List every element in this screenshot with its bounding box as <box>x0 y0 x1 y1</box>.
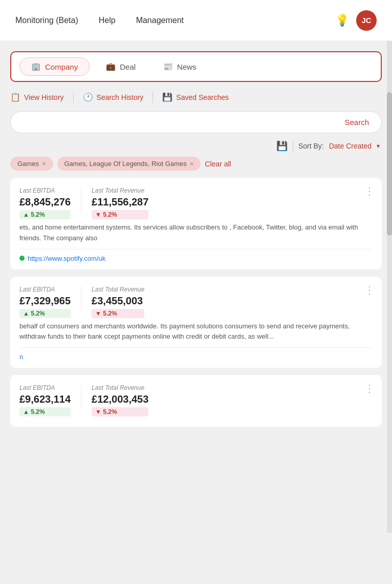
revenue-value-1: £11,556,287 <box>92 196 148 208</box>
metrics-row-2: Last EBITDA £7,329,965 ▲ 5.2% Last Total… <box>19 286 373 318</box>
ebitda-badge-1: ▲ 5.2% <box>19 210 71 219</box>
ebitda-badge-2: ▲ 5.2% <box>19 309 71 318</box>
filter-chip-2: Games, League Of Legends, Riot Games × <box>57 157 201 171</box>
nav-management[interactable]: Management <box>136 16 184 25</box>
search-type-company[interactable]: 🏢 Company <box>19 57 90 76</box>
card-description-1: ets, and home entertainment systems. Its… <box>19 222 373 244</box>
filter-chips-row: Games × Games, League Of Legends, Riot G… <box>10 157 382 171</box>
divider-1 <box>73 92 74 103</box>
saved-searches-label: Saved Searches <box>176 93 229 101</box>
revenue-value-3: £12,003,453 <box>92 393 148 405</box>
sort-value[interactable]: Date Created <box>329 142 372 150</box>
more-options-2[interactable]: ⋮ <box>364 284 375 296</box>
spotify-dot <box>19 256 25 261</box>
search-bar-row: Search <box>10 111 382 133</box>
save-search-icon[interactable]: 💾 <box>276 140 288 152</box>
ebitda-value-1: £8,845,276 <box>19 196 71 208</box>
ebitda-block-3: Last EBITDA £9,623,114 ▲ 5.2% <box>19 384 71 416</box>
card-link-1[interactable]: https://www.spotify.com/uk <box>19 255 373 262</box>
divider-2 <box>153 92 153 103</box>
metrics-row-1: Last EBITDA £8,845,276 ▲ 5.2% Last Total… <box>19 187 373 219</box>
revenue-block-2: Last Total Revenue £3,455,003 ▼ 5.2% <box>92 286 144 318</box>
deal-label: Deal <box>120 62 136 71</box>
revenue-badge-1: ▼ 5.2% <box>92 210 148 219</box>
result-card-2: ⋮ Last EBITDA £7,329,965 ▲ 5.2% Last Tot… <box>10 277 382 368</box>
ebitda-value-3: £9,623,114 <box>19 393 71 405</box>
news-icon: 📰 <box>163 62 173 71</box>
ebitda-value-2: £7,329,965 <box>19 295 71 307</box>
link-url-2: n <box>19 353 23 361</box>
avatar[interactable]: JC <box>356 10 377 31</box>
sort-label: Sort By: <box>298 142 324 150</box>
more-options-3[interactable]: ⋮ <box>364 382 375 394</box>
chip-2-label: Games, League Of Legends, Riot Games <box>64 160 187 168</box>
card-divider-1 <box>19 249 373 249</box>
history-row: 📋 View History 🕐 Search History 💾 Saved … <box>10 90 382 104</box>
revenue-block-1: Last Total Revenue £11,556,287 ▼ 5.2% <box>92 187 148 219</box>
ebitda-block-1: Last EBITDA £8,845,276 ▲ 5.2% <box>19 187 71 219</box>
company-icon: 🏢 <box>31 62 41 71</box>
nav-help[interactable]: Help <box>99 16 116 25</box>
clear-all-button[interactable]: Clear all <box>205 160 231 168</box>
metric-divider-2 <box>81 286 81 311</box>
nav-links: Monitoring (Beta) Help Management <box>15 16 335 25</box>
more-options-1[interactable]: ⋮ <box>364 185 375 197</box>
chevron-down-icon[interactable]: ▾ <box>377 142 380 150</box>
search-type-deal[interactable]: 💼 Deal <box>95 57 147 76</box>
view-history-icon: 📋 <box>10 92 20 102</box>
search-type-news[interactable]: 📰 News <box>152 57 208 76</box>
metric-divider-3 <box>81 384 81 410</box>
view-history-item[interactable]: 📋 View History <box>10 90 64 104</box>
view-history-label: View History <box>24 93 64 101</box>
sort-divider <box>293 141 293 151</box>
filter-chip-1: Games × <box>10 157 53 171</box>
result-card-1: ⋮ Last EBITDA £8,845,276 ▲ 5.2% Last Tot… <box>10 178 382 269</box>
search-history-icon: 🕐 <box>83 92 93 102</box>
nav-icons: 💡 JC <box>335 10 377 31</box>
search-input[interactable] <box>10 111 332 133</box>
card-link-2[interactable]: n <box>19 353 373 361</box>
revenue-badge-2: ▼ 5.2% <box>92 309 144 318</box>
revenue-label-3: Last Total Revenue <box>92 384 148 391</box>
main-content: 🏢 Company 💼 Deal 📰 News 📋 View History 🕐… <box>0 41 392 427</box>
scroll-track <box>387 41 392 533</box>
saved-searches-item[interactable]: 💾 Saved Searches <box>162 90 229 104</box>
top-nav: Monitoring (Beta) Help Management 💡 JC <box>0 0 392 41</box>
ebitda-label-3: Last EBITDA <box>19 384 71 391</box>
revenue-label-2: Last Total Revenue <box>92 286 144 293</box>
news-label: News <box>177 62 197 71</box>
chip-2-remove[interactable]: × <box>190 160 194 168</box>
ebitda-label-1: Last EBITDA <box>19 187 71 194</box>
card-divider-2 <box>19 347 373 348</box>
revenue-value-2: £3,455,003 <box>92 295 144 307</box>
chip-1-label: Games <box>17 160 39 168</box>
revenue-block-3: Last Total Revenue £12,003,453 ▼ 5.2% <box>92 384 148 416</box>
saved-searches-icon: 💾 <box>162 92 172 102</box>
metrics-row-3: Last EBITDA £9,623,114 ▲ 5.2% Last Total… <box>19 384 373 416</box>
nav-monitoring[interactable]: Monitoring (Beta) <box>15 16 78 25</box>
revenue-badge-3: ▼ 5.2% <box>92 407 148 416</box>
ebitda-label-2: Last EBITDA <box>19 286 71 293</box>
deal-icon: 💼 <box>106 62 116 71</box>
metric-divider-1 <box>81 187 81 213</box>
ebitda-badge-3: ▲ 5.2% <box>19 407 71 416</box>
search-history-label: Search History <box>97 93 144 101</box>
search-type-selector: 🏢 Company 💼 Deal 📰 News <box>10 51 382 82</box>
link-url-1: https://www.spotify.com/uk <box>28 255 105 262</box>
revenue-label-1: Last Total Revenue <box>92 187 148 194</box>
lightbulb-icon[interactable]: 💡 <box>335 14 349 27</box>
search-button[interactable]: Search <box>332 111 382 133</box>
ebitda-block-2: Last EBITDA £7,329,965 ▲ 5.2% <box>19 286 71 318</box>
company-label: Company <box>45 62 78 71</box>
card-description-2: behalf of consumers and merchants worldw… <box>19 321 373 343</box>
result-card-3: ⋮ Last EBITDA £9,623,114 ▲ 5.2% Last Tot… <box>10 375 382 427</box>
search-history-item[interactable]: 🕐 Search History <box>83 90 144 104</box>
chip-1-remove[interactable]: × <box>42 160 46 168</box>
sort-row: 💾 Sort By: Date Created ▾ <box>10 140 382 152</box>
scroll-thumb[interactable] <box>387 92 392 236</box>
